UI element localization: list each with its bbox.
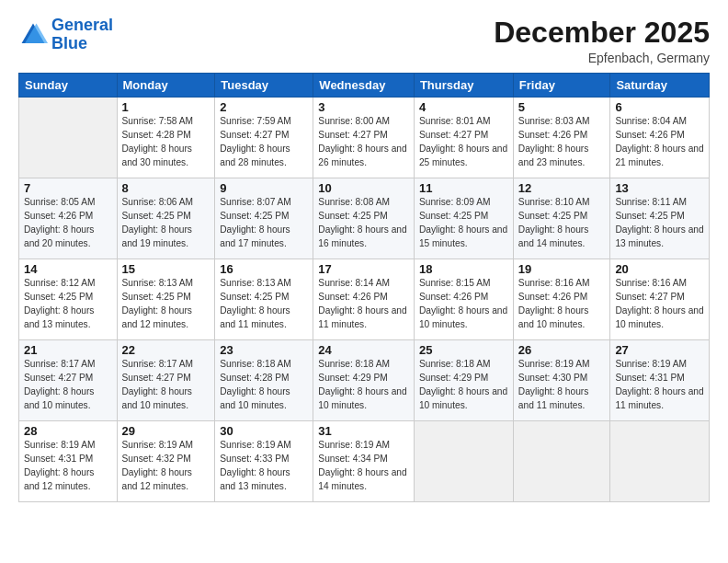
day-info: Sunrise: 8:07 AM Sunset: 4:25 PM Dayligh… bbox=[220, 196, 308, 250]
table-row: 28Sunrise: 8:19 AM Sunset: 4:31 PM Dayli… bbox=[19, 421, 118, 502]
day-info: Sunrise: 8:19 AM Sunset: 4:34 PM Dayligh… bbox=[318, 439, 409, 493]
day-info: Sunrise: 8:13 AM Sunset: 4:25 PM Dayligh… bbox=[220, 277, 308, 331]
day-number: 10 bbox=[318, 181, 409, 195]
day-info: Sunrise: 8:04 AM Sunset: 4:26 PM Dayligh… bbox=[615, 115, 704, 169]
day-info: Sunrise: 8:05 AM Sunset: 4:26 PM Dayligh… bbox=[24, 196, 112, 250]
day-number: 14 bbox=[24, 262, 112, 276]
day-info: Sunrise: 8:19 AM Sunset: 4:33 PM Dayligh… bbox=[220, 439, 308, 493]
day-info: Sunrise: 8:03 AM Sunset: 4:26 PM Dayligh… bbox=[518, 115, 606, 169]
table-row: 25Sunrise: 8:18 AM Sunset: 4:29 PM Dayli… bbox=[414, 340, 513, 421]
table-row: 6Sunrise: 8:04 AM Sunset: 4:26 PM Daylig… bbox=[610, 98, 710, 178]
day-info: Sunrise: 8:12 AM Sunset: 4:25 PM Dayligh… bbox=[24, 277, 112, 331]
table-row: 15Sunrise: 8:13 AM Sunset: 4:25 PM Dayli… bbox=[117, 259, 215, 340]
table-row bbox=[19, 98, 118, 178]
table-row: 24Sunrise: 8:18 AM Sunset: 4:29 PM Dayli… bbox=[313, 340, 415, 421]
day-number: 13 bbox=[615, 181, 704, 195]
table-row: 11Sunrise: 8:09 AM Sunset: 4:25 PM Dayli… bbox=[414, 178, 513, 259]
day-number: 2 bbox=[220, 100, 308, 114]
calendar: Sunday Monday Tuesday Wednesday Thursday… bbox=[18, 73, 710, 502]
day-info: Sunrise: 7:59 AM Sunset: 4:27 PM Dayligh… bbox=[220, 115, 308, 169]
day-number: 24 bbox=[318, 343, 409, 357]
calendar-week-row: 21Sunrise: 8:17 AM Sunset: 4:27 PM Dayli… bbox=[19, 340, 710, 421]
logo-text: General Blue bbox=[51, 17, 113, 53]
day-number: 26 bbox=[518, 343, 606, 357]
col-wednesday: Wednesday bbox=[313, 74, 415, 98]
table-row: 1Sunrise: 7:58 AM Sunset: 4:28 PM Daylig… bbox=[117, 98, 215, 178]
day-number: 11 bbox=[419, 181, 508, 195]
table-row: 31Sunrise: 8:19 AM Sunset: 4:34 PM Dayli… bbox=[313, 421, 415, 502]
col-sunday: Sunday bbox=[19, 74, 118, 98]
calendar-week-row: 7Sunrise: 8:05 AM Sunset: 4:26 PM Daylig… bbox=[19, 178, 710, 259]
table-row: 10Sunrise: 8:08 AM Sunset: 4:25 PM Dayli… bbox=[313, 178, 415, 259]
calendar-week-row: 14Sunrise: 8:12 AM Sunset: 4:25 PM Dayli… bbox=[19, 259, 710, 340]
day-number: 22 bbox=[122, 343, 210, 357]
table-row: 3Sunrise: 8:00 AM Sunset: 4:27 PM Daylig… bbox=[313, 98, 415, 178]
table-row: 18Sunrise: 8:15 AM Sunset: 4:26 PM Dayli… bbox=[414, 259, 513, 340]
table-row: 12Sunrise: 8:10 AM Sunset: 4:25 PM Dayli… bbox=[513, 178, 610, 259]
day-number: 19 bbox=[518, 262, 606, 276]
day-info: Sunrise: 8:13 AM Sunset: 4:25 PM Dayligh… bbox=[122, 277, 210, 331]
calendar-week-row: 28Sunrise: 8:19 AM Sunset: 4:31 PM Dayli… bbox=[19, 421, 710, 502]
day-number: 15 bbox=[122, 262, 210, 276]
table-row: 19Sunrise: 8:16 AM Sunset: 4:26 PM Dayli… bbox=[513, 259, 610, 340]
day-number: 30 bbox=[220, 424, 308, 438]
col-monday: Monday bbox=[117, 74, 215, 98]
day-info: Sunrise: 7:58 AM Sunset: 4:28 PM Dayligh… bbox=[122, 115, 210, 169]
day-info: Sunrise: 8:19 AM Sunset: 4:31 PM Dayligh… bbox=[24, 439, 112, 493]
location: Epfenbach, Germany bbox=[494, 51, 710, 65]
header: General Blue December 2025 Epfenbach, Ge… bbox=[18, 17, 710, 65]
day-info: Sunrise: 8:08 AM Sunset: 4:25 PM Dayligh… bbox=[318, 196, 409, 250]
day-info: Sunrise: 8:15 AM Sunset: 4:26 PM Dayligh… bbox=[419, 277, 508, 331]
day-info: Sunrise: 8:10 AM Sunset: 4:25 PM Dayligh… bbox=[518, 196, 606, 250]
table-row: 13Sunrise: 8:11 AM Sunset: 4:25 PM Dayli… bbox=[610, 178, 710, 259]
day-info: Sunrise: 8:18 AM Sunset: 4:28 PM Dayligh… bbox=[220, 358, 308, 412]
day-number: 28 bbox=[24, 424, 112, 438]
logo-icon bbox=[18, 20, 48, 50]
table-row: 27Sunrise: 8:19 AM Sunset: 4:31 PM Dayli… bbox=[610, 340, 710, 421]
table-row: 2Sunrise: 7:59 AM Sunset: 4:27 PM Daylig… bbox=[215, 98, 313, 178]
col-friday: Friday bbox=[513, 74, 610, 98]
table-row: 30Sunrise: 8:19 AM Sunset: 4:33 PM Dayli… bbox=[215, 421, 313, 502]
table-row: 14Sunrise: 8:12 AM Sunset: 4:25 PM Dayli… bbox=[19, 259, 118, 340]
title-block: December 2025 Epfenbach, Germany bbox=[494, 17, 710, 65]
day-info: Sunrise: 8:16 AM Sunset: 4:26 PM Dayligh… bbox=[518, 277, 606, 331]
day-info: Sunrise: 8:11 AM Sunset: 4:25 PM Dayligh… bbox=[615, 196, 704, 250]
day-info: Sunrise: 8:06 AM Sunset: 4:25 PM Dayligh… bbox=[122, 196, 210, 250]
table-row: 21Sunrise: 8:17 AM Sunset: 4:27 PM Dayli… bbox=[19, 340, 118, 421]
calendar-week-row: 1Sunrise: 7:58 AM Sunset: 4:28 PM Daylig… bbox=[19, 98, 710, 178]
day-number: 6 bbox=[615, 100, 704, 114]
day-number: 16 bbox=[220, 262, 308, 276]
page: General Blue December 2025 Epfenbach, Ge… bbox=[0, 0, 728, 563]
table-row: 5Sunrise: 8:03 AM Sunset: 4:26 PM Daylig… bbox=[513, 98, 610, 178]
day-info: Sunrise: 8:01 AM Sunset: 4:27 PM Dayligh… bbox=[419, 115, 508, 169]
col-saturday: Saturday bbox=[610, 74, 710, 98]
calendar-header-row: Sunday Monday Tuesday Wednesday Thursday… bbox=[19, 74, 710, 98]
day-info: Sunrise: 8:16 AM Sunset: 4:27 PM Dayligh… bbox=[615, 277, 704, 331]
day-number: 18 bbox=[419, 262, 508, 276]
day-number: 20 bbox=[615, 262, 704, 276]
table-row: 8Sunrise: 8:06 AM Sunset: 4:25 PM Daylig… bbox=[117, 178, 215, 259]
table-row: 22Sunrise: 8:17 AM Sunset: 4:27 PM Dayli… bbox=[117, 340, 215, 421]
day-info: Sunrise: 8:17 AM Sunset: 4:27 PM Dayligh… bbox=[122, 358, 210, 412]
table-row bbox=[414, 421, 513, 502]
day-number: 29 bbox=[122, 424, 210, 438]
table-row: 26Sunrise: 8:19 AM Sunset: 4:30 PM Dayli… bbox=[513, 340, 610, 421]
day-info: Sunrise: 8:18 AM Sunset: 4:29 PM Dayligh… bbox=[318, 358, 409, 412]
table-row: 4Sunrise: 8:01 AM Sunset: 4:27 PM Daylig… bbox=[414, 98, 513, 178]
day-info: Sunrise: 8:19 AM Sunset: 4:31 PM Dayligh… bbox=[615, 358, 704, 412]
day-number: 3 bbox=[318, 100, 409, 114]
day-number: 12 bbox=[518, 181, 606, 195]
day-info: Sunrise: 8:18 AM Sunset: 4:29 PM Dayligh… bbox=[419, 358, 508, 412]
day-number: 7 bbox=[24, 181, 112, 195]
col-tuesday: Tuesday bbox=[215, 74, 313, 98]
day-info: Sunrise: 8:00 AM Sunset: 4:27 PM Dayligh… bbox=[318, 115, 409, 169]
logo: General Blue bbox=[18, 17, 113, 53]
table-row: 29Sunrise: 8:19 AM Sunset: 4:32 PM Dayli… bbox=[117, 421, 215, 502]
day-number: 4 bbox=[419, 100, 508, 114]
table-row: 20Sunrise: 8:16 AM Sunset: 4:27 PM Dayli… bbox=[610, 259, 710, 340]
day-number: 8 bbox=[122, 181, 210, 195]
day-number: 23 bbox=[220, 343, 308, 357]
table-row bbox=[610, 421, 710, 502]
day-info: Sunrise: 8:19 AM Sunset: 4:32 PM Dayligh… bbox=[122, 439, 210, 493]
day-info: Sunrise: 8:19 AM Sunset: 4:30 PM Dayligh… bbox=[518, 358, 606, 412]
